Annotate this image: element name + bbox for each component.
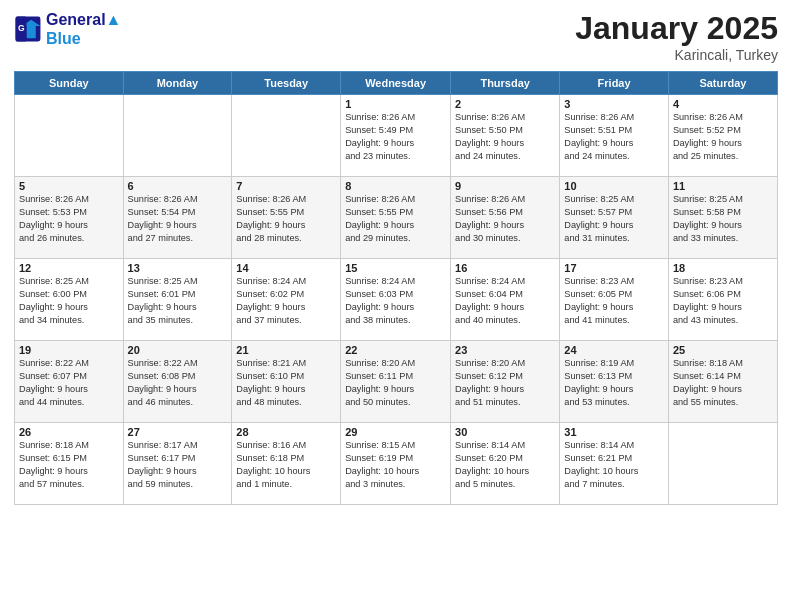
day-number: 18 [673, 262, 773, 274]
calendar-cell: 27Sunrise: 8:17 AM Sunset: 6:17 PM Dayli… [123, 423, 232, 505]
calendar-day-header: Tuesday [232, 72, 341, 95]
calendar-cell: 9Sunrise: 8:26 AM Sunset: 5:56 PM Daylig… [451, 177, 560, 259]
day-info: Sunrise: 8:24 AM Sunset: 6:04 PM Dayligh… [455, 275, 555, 327]
day-info: Sunrise: 8:25 AM Sunset: 6:01 PM Dayligh… [128, 275, 228, 327]
calendar-body: 1Sunrise: 8:26 AM Sunset: 5:49 PM Daylig… [15, 95, 778, 505]
day-info: Sunrise: 8:26 AM Sunset: 5:56 PM Dayligh… [455, 193, 555, 245]
calendar-day-header: Saturday [668, 72, 777, 95]
day-info: Sunrise: 8:18 AM Sunset: 6:14 PM Dayligh… [673, 357, 773, 409]
calendar: SundayMondayTuesdayWednesdayThursdayFrid… [14, 71, 778, 505]
calendar-cell: 28Sunrise: 8:16 AM Sunset: 6:18 PM Dayli… [232, 423, 341, 505]
day-number: 29 [345, 426, 446, 438]
page: G General▲ Blue January 2025 Karincali, … [0, 0, 792, 612]
day-info: Sunrise: 8:19 AM Sunset: 6:13 PM Dayligh… [564, 357, 664, 409]
day-info: Sunrise: 8:26 AM Sunset: 5:50 PM Dayligh… [455, 111, 555, 163]
day-number: 21 [236, 344, 336, 356]
logo: G General▲ Blue [14, 10, 121, 48]
day-number: 20 [128, 344, 228, 356]
location-title: Karincali, Turkey [575, 47, 778, 63]
calendar-cell: 16Sunrise: 8:24 AM Sunset: 6:04 PM Dayli… [451, 259, 560, 341]
calendar-cell: 17Sunrise: 8:23 AM Sunset: 6:05 PM Dayli… [560, 259, 669, 341]
day-info: Sunrise: 8:14 AM Sunset: 6:20 PM Dayligh… [455, 439, 555, 491]
day-number: 14 [236, 262, 336, 274]
calendar-cell: 19Sunrise: 8:22 AM Sunset: 6:07 PM Dayli… [15, 341, 124, 423]
day-number: 4 [673, 98, 773, 110]
day-number: 27 [128, 426, 228, 438]
title-block: January 2025 Karincali, Turkey [575, 10, 778, 63]
calendar-cell: 10Sunrise: 8:25 AM Sunset: 5:57 PM Dayli… [560, 177, 669, 259]
calendar-cell: 4Sunrise: 8:26 AM Sunset: 5:52 PM Daylig… [668, 95, 777, 177]
day-info: Sunrise: 8:26 AM Sunset: 5:55 PM Dayligh… [236, 193, 336, 245]
calendar-day-header: Thursday [451, 72, 560, 95]
day-info: Sunrise: 8:22 AM Sunset: 6:07 PM Dayligh… [19, 357, 119, 409]
day-info: Sunrise: 8:25 AM Sunset: 5:58 PM Dayligh… [673, 193, 773, 245]
day-info: Sunrise: 8:25 AM Sunset: 6:00 PM Dayligh… [19, 275, 119, 327]
day-number: 16 [455, 262, 555, 274]
calendar-cell: 23Sunrise: 8:20 AM Sunset: 6:12 PM Dayli… [451, 341, 560, 423]
logo-text: General▲ Blue [46, 10, 121, 48]
calendar-cell: 15Sunrise: 8:24 AM Sunset: 6:03 PM Dayli… [341, 259, 451, 341]
calendar-cell: 18Sunrise: 8:23 AM Sunset: 6:06 PM Dayli… [668, 259, 777, 341]
day-info: Sunrise: 8:21 AM Sunset: 6:10 PM Dayligh… [236, 357, 336, 409]
day-number: 9 [455, 180, 555, 192]
calendar-cell: 5Sunrise: 8:26 AM Sunset: 5:53 PM Daylig… [15, 177, 124, 259]
day-number: 31 [564, 426, 664, 438]
svg-text:G: G [18, 23, 25, 33]
day-info: Sunrise: 8:16 AM Sunset: 6:18 PM Dayligh… [236, 439, 336, 491]
day-info: Sunrise: 8:18 AM Sunset: 6:15 PM Dayligh… [19, 439, 119, 491]
day-info: Sunrise: 8:25 AM Sunset: 5:57 PM Dayligh… [564, 193, 664, 245]
day-number: 1 [345, 98, 446, 110]
calendar-cell: 30Sunrise: 8:14 AM Sunset: 6:20 PM Dayli… [451, 423, 560, 505]
day-info: Sunrise: 8:17 AM Sunset: 6:17 PM Dayligh… [128, 439, 228, 491]
day-info: Sunrise: 8:24 AM Sunset: 6:02 PM Dayligh… [236, 275, 336, 327]
calendar-cell [15, 95, 124, 177]
day-info: Sunrise: 8:26 AM Sunset: 5:51 PM Dayligh… [564, 111, 664, 163]
day-info: Sunrise: 8:26 AM Sunset: 5:53 PM Dayligh… [19, 193, 119, 245]
calendar-week-row: 19Sunrise: 8:22 AM Sunset: 6:07 PM Dayli… [15, 341, 778, 423]
calendar-cell: 7Sunrise: 8:26 AM Sunset: 5:55 PM Daylig… [232, 177, 341, 259]
day-info: Sunrise: 8:20 AM Sunset: 6:11 PM Dayligh… [345, 357, 446, 409]
calendar-cell: 13Sunrise: 8:25 AM Sunset: 6:01 PM Dayli… [123, 259, 232, 341]
day-number: 11 [673, 180, 773, 192]
calendar-week-row: 1Sunrise: 8:26 AM Sunset: 5:49 PM Daylig… [15, 95, 778, 177]
day-info: Sunrise: 8:24 AM Sunset: 6:03 PM Dayligh… [345, 275, 446, 327]
calendar-cell: 29Sunrise: 8:15 AM Sunset: 6:19 PM Dayli… [341, 423, 451, 505]
day-number: 24 [564, 344, 664, 356]
day-info: Sunrise: 8:23 AM Sunset: 6:05 PM Dayligh… [564, 275, 664, 327]
day-info: Sunrise: 8:26 AM Sunset: 5:54 PM Dayligh… [128, 193, 228, 245]
calendar-cell: 21Sunrise: 8:21 AM Sunset: 6:10 PM Dayli… [232, 341, 341, 423]
day-info: Sunrise: 8:26 AM Sunset: 5:52 PM Dayligh… [673, 111, 773, 163]
day-info: Sunrise: 8:26 AM Sunset: 5:49 PM Dayligh… [345, 111, 446, 163]
day-number: 5 [19, 180, 119, 192]
day-number: 17 [564, 262, 664, 274]
calendar-cell [123, 95, 232, 177]
calendar-cell: 22Sunrise: 8:20 AM Sunset: 6:11 PM Dayli… [341, 341, 451, 423]
calendar-cell [232, 95, 341, 177]
day-info: Sunrise: 8:23 AM Sunset: 6:06 PM Dayligh… [673, 275, 773, 327]
calendar-cell: 31Sunrise: 8:14 AM Sunset: 6:21 PM Dayli… [560, 423, 669, 505]
day-number: 19 [19, 344, 119, 356]
day-number: 28 [236, 426, 336, 438]
calendar-day-header: Monday [123, 72, 232, 95]
day-number: 12 [19, 262, 119, 274]
day-info: Sunrise: 8:22 AM Sunset: 6:08 PM Dayligh… [128, 357, 228, 409]
day-info: Sunrise: 8:20 AM Sunset: 6:12 PM Dayligh… [455, 357, 555, 409]
day-number: 30 [455, 426, 555, 438]
calendar-day-header: Friday [560, 72, 669, 95]
day-number: 26 [19, 426, 119, 438]
day-number: 7 [236, 180, 336, 192]
calendar-week-row: 12Sunrise: 8:25 AM Sunset: 6:00 PM Dayli… [15, 259, 778, 341]
day-info: Sunrise: 8:15 AM Sunset: 6:19 PM Dayligh… [345, 439, 446, 491]
month-title: January 2025 [575, 10, 778, 47]
calendar-cell: 8Sunrise: 8:26 AM Sunset: 5:55 PM Daylig… [341, 177, 451, 259]
logo-icon: G [14, 15, 42, 43]
calendar-cell: 24Sunrise: 8:19 AM Sunset: 6:13 PM Dayli… [560, 341, 669, 423]
calendar-cell: 26Sunrise: 8:18 AM Sunset: 6:15 PM Dayli… [15, 423, 124, 505]
calendar-cell: 1Sunrise: 8:26 AM Sunset: 5:49 PM Daylig… [341, 95, 451, 177]
header: G General▲ Blue January 2025 Karincali, … [14, 10, 778, 63]
day-number: 6 [128, 180, 228, 192]
calendar-cell: 25Sunrise: 8:18 AM Sunset: 6:14 PM Dayli… [668, 341, 777, 423]
calendar-cell: 2Sunrise: 8:26 AM Sunset: 5:50 PM Daylig… [451, 95, 560, 177]
day-number: 13 [128, 262, 228, 274]
calendar-day-header: Sunday [15, 72, 124, 95]
